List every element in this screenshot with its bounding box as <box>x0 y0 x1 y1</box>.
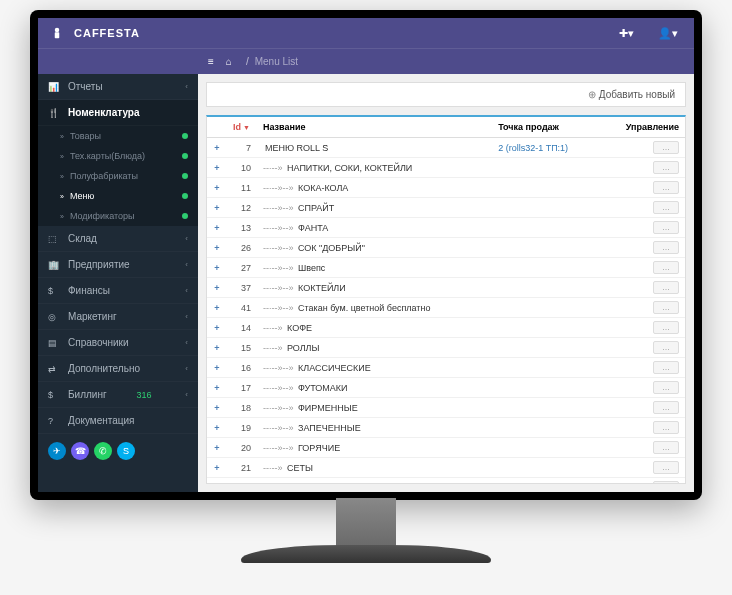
bullet-icon: » <box>60 213 64 220</box>
sidebar-item-marketing[interactable]: ◎Маркетинг‹ <box>38 304 198 330</box>
sidebar-item-finance[interactable]: $Финансы‹ <box>38 278 198 304</box>
whatsapp-icon[interactable]: ✆ <box>94 442 112 460</box>
plus-circle-icon: ⊕ <box>588 89 596 100</box>
status-dot-icon <box>182 213 188 219</box>
expand-button[interactable]: + <box>207 158 227 178</box>
cell-manage: … <box>600 358 685 378</box>
status-dot-icon <box>182 193 188 199</box>
point-link[interactable]: 2 (rolls32-1 ТП:1) <box>498 143 568 153</box>
sort-down-icon: ▼ <box>243 124 250 131</box>
table-row: +20--·--»--» ГОРЯЧИЕ… <box>207 438 685 458</box>
sidebar-sub-1[interactable]: »Тех.карты(Блюда) <box>38 146 198 166</box>
breadcrumb-home-icon[interactable]: ⌂ <box>226 56 232 67</box>
manage-button[interactable]: … <box>653 201 679 214</box>
expand-button[interactable]: + <box>207 358 227 378</box>
manage-button[interactable]: … <box>653 321 679 334</box>
manage-button[interactable]: … <box>653 301 679 314</box>
viber-icon[interactable]: ☎ <box>71 442 89 460</box>
sidebar-item-dicts[interactable]: ▤Справочники‹ <box>38 330 198 356</box>
cell-name: --·--» РОЛЛЫ <box>257 338 492 358</box>
cell-manage: … <box>600 178 685 198</box>
table-row: +37--·--»--» КОКТЕЙЛИ… <box>207 278 685 298</box>
svg-rect-1 <box>55 32 60 38</box>
col-id[interactable]: Id▼ <box>227 117 257 138</box>
sidebar-item-warehouse[interactable]: ⬚Склад‹ <box>38 226 198 252</box>
sidebar-sub-4[interactable]: »Модификаторы <box>38 206 198 226</box>
manage-button[interactable]: … <box>653 281 679 294</box>
expand-button[interactable]: + <box>207 438 227 458</box>
expand-button[interactable]: + <box>207 398 227 418</box>
col-expand <box>207 117 227 138</box>
expand-button[interactable]: + <box>207 298 227 318</box>
expand-button[interactable]: + <box>207 238 227 258</box>
manage-button[interactable]: … <box>653 461 679 474</box>
table-row: +27--·--»--» Швепс… <box>207 258 685 278</box>
manage-button[interactable]: … <box>653 341 679 354</box>
expand-button[interactable]: + <box>207 218 227 238</box>
table-row: +10--·--» НАПИТКИ, СОКИ, КОКТЕЙЛИ… <box>207 158 685 178</box>
cell-point <box>492 358 599 378</box>
cell-manage: … <box>600 198 685 218</box>
telegram-icon[interactable]: ✈ <box>48 442 66 460</box>
col-point[interactable]: Точка продаж <box>492 117 599 138</box>
expand-button[interactable]: + <box>207 278 227 298</box>
sidebar-sub-2[interactable]: »Полуфабрикаты <box>38 166 198 186</box>
sidebar-item-billing[interactable]: $Биллинг316‹ <box>38 382 198 408</box>
expand-button[interactable]: + <box>207 458 227 478</box>
sidebar-item-docs[interactable]: ?Документация <box>38 408 198 434</box>
manage-button[interactable]: … <box>653 441 679 454</box>
cell-manage: … <box>600 378 685 398</box>
col-manage[interactable]: Управление <box>600 117 685 138</box>
manage-button[interactable]: … <box>653 381 679 394</box>
sidebar-item-nomenclature[interactable]: 🍴Номенклатура <box>38 100 198 126</box>
cell-manage: … <box>600 458 685 478</box>
table-row: +12--·--»--» СПРАЙТ… <box>207 198 685 218</box>
manage-button[interactable]: … <box>653 401 679 414</box>
table-row: +16--·--»--» КЛАССИЧЕСКИЕ… <box>207 358 685 378</box>
swap-icon: ⇄ <box>48 364 62 374</box>
hamburger-icon[interactable]: ≡ <box>208 56 214 67</box>
monitor-frame: CAFFESTA ✚▾ 👤▾ ≡ ⌂ / Menu List 📊Отчеты‹ … <box>30 10 702 500</box>
cell-manage: … <box>600 278 685 298</box>
table-row: +17--·--»--» ФУТОМАКИ… <box>207 378 685 398</box>
manage-button[interactable]: … <box>653 261 679 274</box>
sidebar-sub-0[interactable]: »Товары <box>38 126 198 146</box>
sidebar-item-extra[interactable]: ⇄Дополнительно‹ <box>38 356 198 382</box>
manage-button[interactable]: … <box>653 421 679 434</box>
col-name[interactable]: Название <box>257 117 492 138</box>
expand-button[interactable]: + <box>207 338 227 358</box>
cell-id: 15 <box>227 338 257 358</box>
manage-button[interactable]: … <box>653 161 679 174</box>
manage-button[interactable]: … <box>653 141 679 154</box>
expand-button[interactable]: + <box>207 478 227 485</box>
expand-button[interactable]: + <box>207 138 227 158</box>
manage-button[interactable]: … <box>653 241 679 254</box>
manage-button[interactable]: … <box>653 361 679 374</box>
cell-manage: … <box>600 218 685 238</box>
expand-button[interactable]: + <box>207 318 227 338</box>
topbar: CAFFESTA ✚▾ 👤▾ <box>38 18 694 48</box>
expand-button[interactable]: + <box>207 378 227 398</box>
expand-button[interactable]: + <box>207 198 227 218</box>
topbar-add-button[interactable]: ✚▾ <box>613 25 640 42</box>
cell-name: МЕНЮ ROLL S <box>257 138 492 158</box>
cell-id: 21 <box>227 458 257 478</box>
cell-id: 10 <box>227 158 257 178</box>
manage-button[interactable]: … <box>653 221 679 234</box>
expand-button[interactable]: + <box>207 418 227 438</box>
skype-icon[interactable]: S <box>117 442 135 460</box>
topbar-user-button[interactable]: 👤▾ <box>652 25 684 42</box>
add-new-button[interactable]: ⊕Добавить новый <box>588 89 675 100</box>
brand-logo-icon <box>48 24 66 42</box>
breadcrumb-current: Menu List <box>255 56 298 67</box>
cell-id: 12 <box>227 198 257 218</box>
sidebar-item-reports[interactable]: 📊Отчеты‹ <box>38 74 198 100</box>
expand-button[interactable]: + <box>207 178 227 198</box>
bullet-icon: » <box>60 173 64 180</box>
cell-point <box>492 298 599 318</box>
manage-button[interactable]: … <box>653 181 679 194</box>
sidebar-sub-3[interactable]: »Меню <box>38 186 198 206</box>
expand-button[interactable]: + <box>207 258 227 278</box>
manage-button[interactable]: … <box>653 481 679 484</box>
sidebar-item-enterprise[interactable]: 🏢Предприятие‹ <box>38 252 198 278</box>
